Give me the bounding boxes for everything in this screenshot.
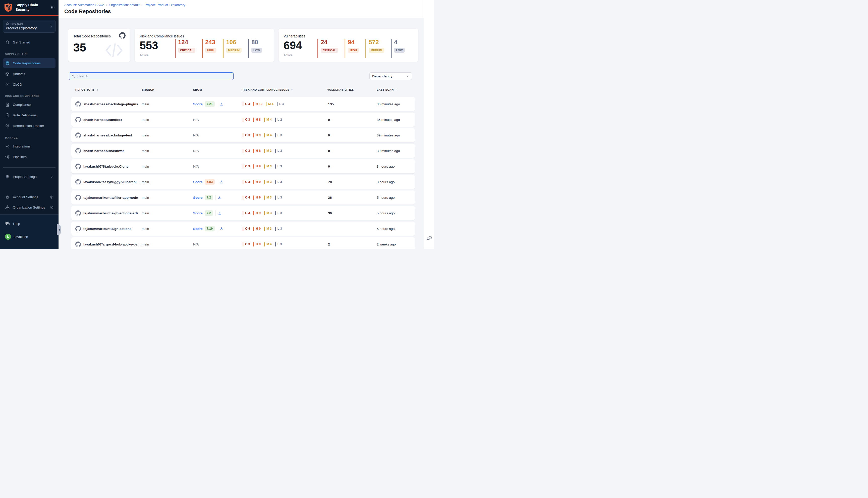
- severity-low: L 3: [277, 102, 284, 106]
- table-row[interactable]: tejakummarikuntla/gh-actions-artifactsma…: [71, 206, 415, 220]
- download-sbom-icon[interactable]: [219, 227, 224, 231]
- table-row[interactable]: shash-harness/backstage-pluginsmainScore…: [71, 97, 415, 111]
- column-header-risk[interactable]: RISK AND COMPLIANCE ISSUES: [243, 88, 327, 91]
- severity-critical: C 4: [243, 211, 250, 215]
- stat-label: HIGH: [205, 48, 216, 53]
- sidebar-item-label: Organization Settings: [13, 206, 45, 209]
- table-row[interactable]: tejakummarikuntla/filler-app-nodemainSco…: [71, 191, 415, 205]
- repository-name[interactable]: shash-harness/backstage-plugins: [83, 102, 138, 106]
- sidebar-item-artifacts[interactable]: Artifacts: [3, 69, 55, 78]
- sort-icon[interactable]: [291, 88, 293, 91]
- stat-value: 4: [394, 39, 405, 45]
- severity-low: L 3: [275, 211, 282, 215]
- app-grid-icon[interactable]: [51, 5, 55, 10]
- repository-name[interactable]: tejakummarikuntla/filler-app-node: [83, 196, 138, 199]
- sidebar-item-pipelines[interactable]: Pipelines: [3, 153, 55, 161]
- card-title: Vulnerabilities: [283, 34, 305, 38]
- sort-ascending-icon[interactable]: [395, 89, 398, 91]
- vulnerabilities-cell: 2: [327, 243, 377, 246]
- repository-name[interactable]: lavakush07/easybuggy-vulnerable-app...: [83, 180, 142, 184]
- sidebar-item-rule-definitions[interactable]: Rule Definitions: [3, 111, 55, 119]
- risk-compliance-card: Risk and Compliance Issues 553 Active 12…: [135, 29, 274, 62]
- project-selector[interactable]: PROJECT Product Exploratory: [3, 20, 55, 32]
- table-row[interactable]: shash-harness/shashwatmainN/AC 3H 8M 3L …: [71, 144, 415, 158]
- help-chat-icon: ?: [5, 221, 10, 226]
- repository-name[interactable]: lavakush07/StarbucksClone: [83, 165, 128, 168]
- user-menu[interactable]: L Lavakush: [5, 233, 53, 241]
- sidebar-item-account-settings[interactable]: Account Settings: [3, 193, 55, 201]
- sbom-na: N/A: [193, 149, 199, 153]
- last-scan-cell: 36 minutes ago: [377, 118, 411, 122]
- sidebar-item-get-started[interactable]: Get Started: [3, 38, 55, 47]
- sbom-cell: Score7.2: [193, 210, 243, 216]
- stat-value: 572: [369, 39, 384, 45]
- chevron-right-icon: [50, 175, 53, 179]
- repository-name[interactable]: shash-harness/shashwat: [83, 149, 124, 153]
- sidebar-divider: [3, 167, 55, 168]
- stat-medium: 106MEDIUM: [223, 39, 242, 58]
- risk-cell: C 3H 8M 3L 3: [243, 149, 327, 153]
- sbom-score-link[interactable]: Score: [193, 227, 203, 231]
- severity-high: H 8: [253, 118, 261, 122]
- download-sbom-icon[interactable]: [218, 211, 222, 215]
- sidebar-item-compliance[interactable]: Compliance: [3, 100, 55, 109]
- app-title: Supply Chain Security: [16, 3, 51, 12]
- table-row[interactable]: lavakush07/argocd-hub-spoke-demomainN/AC…: [71, 237, 415, 249]
- sidebar-item-cicd[interactable]: CI/CD: [3, 80, 55, 89]
- sbom-cell: N/A: [193, 118, 243, 122]
- severity-critical: C 4: [243, 227, 250, 231]
- sidebar-item-label: Account Settings: [13, 195, 38, 199]
- table-row[interactable]: shash-harness/sandboxmainN/AC 3H 8M 4L 2…: [71, 113, 415, 127]
- github-icon: [75, 163, 81, 169]
- sidebar-item-project-settings[interactable]: ⚙ Project Settings: [3, 172, 55, 181]
- stat-value: 80: [251, 39, 262, 45]
- gear-icon: ⚙: [5, 174, 10, 179]
- table-row[interactable]: shash-harness/backstage-testmainN/AC 3H …: [71, 128, 415, 142]
- sbom-score-badge: 7.2: [205, 195, 213, 200]
- risk-cell: C 3H 9M 4L 3: [243, 133, 327, 137]
- stat-value: 24: [321, 39, 338, 45]
- breadcrumb-project-link[interactable]: Project: Product Exploratory: [145, 3, 185, 7]
- search-input[interactable]: [77, 74, 231, 78]
- sbom-score-link[interactable]: Score: [193, 180, 203, 184]
- severity-medium: M 4: [264, 242, 272, 247]
- sidebar-item-integrations[interactable]: Integrations: [3, 142, 55, 150]
- breadcrumb-organization-link[interactable]: Organization: default: [109, 3, 139, 7]
- repository-name[interactable]: shash-harness/sandbox: [83, 118, 122, 122]
- column-header-repository[interactable]: REPOSITORY: [75, 88, 142, 91]
- severity-high: H 9: [253, 227, 261, 231]
- sbom-score-link[interactable]: Score: [193, 196, 203, 199]
- stat-high: 94HIGH: [345, 39, 359, 58]
- sidebar-item-code-repositories[interactable]: Code Repositories: [3, 58, 55, 68]
- sidebar-item-label: Pipelines: [13, 155, 27, 159]
- sbom-score-link[interactable]: Score: [193, 211, 203, 215]
- repository-name[interactable]: tejakummarikuntla/gh-actions-artifacts: [83, 211, 142, 215]
- filter-dropdown[interactable]: Dependency: [370, 73, 412, 80]
- support-chat-icon[interactable]: [426, 235, 432, 241]
- last-scan-cell: 39 minutes ago: [377, 133, 411, 137]
- repository-name[interactable]: tejakummarikuntla/gh-actions: [83, 227, 131, 231]
- download-sbom-icon[interactable]: [219, 102, 224, 106]
- vulnerabilities-cell: 36: [327, 196, 377, 199]
- risk-cell: C 3H 8M 4L 2: [243, 118, 327, 122]
- download-sbom-icon[interactable]: [218, 196, 222, 199]
- code-repo-icon: [5, 61, 10, 66]
- help-button[interactable]: ? Help: [5, 219, 53, 228]
- table-row[interactable]: tejakummarikuntla/gh-actionsmainScore7.1…: [71, 222, 415, 236]
- sbom-score-link[interactable]: Score: [193, 102, 203, 106]
- integrations-share-icon: [5, 144, 10, 149]
- repository-name[interactable]: shash-harness/backstage-test: [83, 133, 132, 137]
- breadcrumb-account-link[interactable]: Account: Automation-SSCA: [64, 3, 104, 7]
- risk-cell: C 4H 9M 3L 3: [243, 211, 327, 215]
- sort-icon[interactable]: [96, 88, 99, 91]
- table-row[interactable]: lavakush07/easybuggy-vulnerable-app...ma…: [71, 175, 415, 189]
- repository-name[interactable]: lavakush07/argocd-hub-spoke-demo: [83, 243, 142, 246]
- sidebar-item-remediation-tracker[interactable]: Remediation Tracker: [3, 121, 55, 130]
- table-row[interactable]: lavakush07/StarbucksClonemainN/AC 3H 8M …: [71, 159, 415, 173]
- pipelines-icon: [5, 155, 10, 159]
- sidebar-item-organization-settings[interactable]: Organization Settings: [3, 203, 55, 212]
- sidebar-collapse-handle[interactable]: ◀: [57, 224, 61, 235]
- column-header-last-scan[interactable]: LAST SCAN: [377, 88, 411, 91]
- download-sbom-icon[interactable]: [219, 180, 224, 184]
- github-icon: [119, 32, 125, 39]
